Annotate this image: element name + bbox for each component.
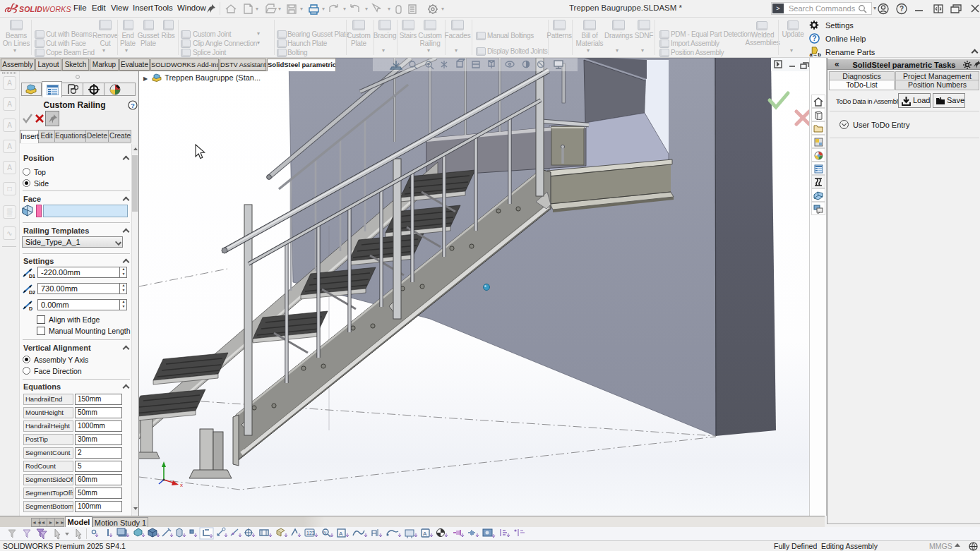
- svg-text:x: x: [180, 482, 183, 488]
- svg-text:123: 123: [306, 531, 315, 535]
- svg-text:A: A: [423, 531, 427, 537]
- svg-text:?: ?: [131, 102, 135, 109]
- svg-text:a→b: a→b: [809, 52, 821, 57]
- svg-text:D2: D2: [29, 290, 35, 295]
- svg-text:D1: D1: [29, 274, 35, 279]
- svg-text:A: A: [339, 531, 343, 537]
- svg-text:D: D: [29, 306, 32, 311]
- svg-text:N: N: [323, 531, 326, 535]
- svg-text:?: ?: [900, 5, 904, 13]
- svg-text:?: ?: [812, 35, 816, 42]
